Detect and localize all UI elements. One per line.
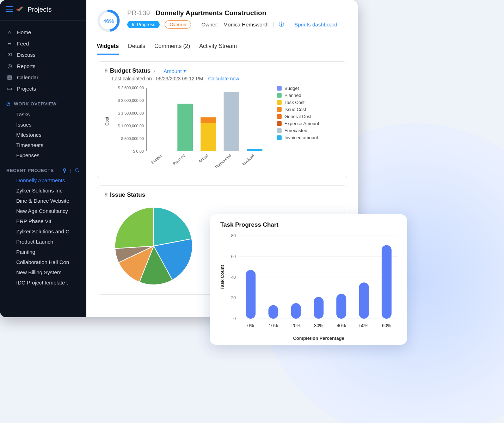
app-title: Projects [27, 6, 52, 13]
legend-item: Expense Amount [277, 121, 319, 126]
subnav-issues[interactable]: Issues [0, 119, 86, 130]
clock-icon: ◔ [6, 101, 11, 106]
budget-chart-area: Cost$ 0.00$ 500,000.00$ 1,000,000.00$ 1,… [104, 84, 340, 172]
legend-label: Budget [284, 86, 299, 91]
legend-label: Invoiced amount [284, 135, 318, 140]
recent-project-item[interactable]: Zylker Solutions Inc [0, 185, 86, 196]
overrun-chip: Overrun [165, 20, 191, 29]
legend-label: Expense Amount [284, 121, 319, 126]
issue-pie-chart [104, 198, 203, 290]
main-nav: ⌂Home ≣Feed ✉Discuss ◷Reports ▦Calendar … [0, 21, 86, 94]
nav-discuss[interactable]: ✉Discuss [0, 49, 86, 60]
svg-rect-34 [268, 305, 278, 319]
legend-swatch [277, 93, 282, 98]
svg-rect-14 [201, 123, 216, 151]
recent-project-item[interactable]: Dine & Dance Website [0, 196, 86, 206]
dropdown-label: Amount [164, 68, 182, 74]
svg-rect-42 [359, 282, 369, 319]
nav-feed[interactable]: ≣Feed [0, 38, 86, 49]
svg-text:$ 2,000,000.00: $ 2,000,000.00 [118, 98, 144, 103]
nav-reports[interactable]: ◷Reports [0, 60, 86, 72]
card-title: Task Progress Chart [220, 221, 400, 228]
svg-text:40%: 40% [337, 323, 346, 328]
tab-comments[interactable]: Comments (2) [154, 43, 190, 55]
recent-project-item[interactable]: ERP Phase VII [0, 216, 86, 226]
status-chip[interactable]: In Progress [127, 21, 160, 28]
nav-label: Home [17, 29, 31, 35]
recent-project-item[interactable]: New Age Consultancy [0, 206, 86, 216]
recent-project-item[interactable]: Painting [0, 247, 86, 257]
feed-icon: ≣ [6, 40, 13, 47]
chevron-down-icon: ▾ [183, 68, 186, 74]
subnav-milestones[interactable]: Milestones [0, 130, 86, 140]
owner-value: Monica Hemsworth [223, 22, 269, 27]
card-title: Issue Status [110, 191, 145, 198]
nav-label: Feed [17, 41, 29, 47]
nav-calendar[interactable]: ▦Calendar [0, 72, 86, 83]
tab-widgets[interactable]: Widgets [97, 43, 119, 55]
svg-text:Planned: Planned [172, 153, 186, 166]
legend-swatch [277, 114, 282, 119]
amount-dropdown[interactable]: Amount ▾ [164, 68, 186, 74]
svg-text:60%: 60% [382, 323, 391, 328]
legend-swatch [277, 121, 282, 126]
legend-swatch [277, 100, 282, 105]
recent-project-item[interactable]: Collaboration Hall Con [0, 257, 86, 267]
svg-text:Task Count: Task Count [220, 265, 225, 289]
work-overview-header: ◔ WORK OVERVIEW [0, 94, 86, 109]
svg-text:30%: 30% [314, 323, 323, 328]
svg-text:Actual: Actual [198, 153, 209, 164]
svg-text:0: 0 [233, 316, 236, 321]
recent-project-item[interactable]: IDC Project template t [0, 277, 86, 288]
tab-details[interactable]: Details [128, 43, 145, 55]
legend-label: Task Cost [284, 100, 305, 105]
subnav-expenses[interactable]: Expenses [0, 150, 86, 160]
legend-swatch [277, 107, 282, 112]
project-id: PR-139 [127, 9, 150, 17]
svg-rect-44 [382, 245, 392, 319]
legend-label: Planned [284, 93, 301, 98]
chevron-right-icon[interactable]: › [153, 68, 155, 74]
svg-text:$ 1,000,000.00: $ 1,000,000.00 [118, 124, 144, 128]
sprints-dashboard-link[interactable]: Sprints dashboard [294, 22, 337, 27]
search-icon[interactable] [74, 167, 80, 173]
svg-text:$ 0.00: $ 0.00 [133, 149, 144, 153]
svg-text:10%: 10% [269, 323, 278, 328]
svg-text:$ 1,500,000.00: $ 1,500,000.00 [118, 111, 144, 115]
divider [196, 22, 196, 27]
sidebar-header: Projects [0, 0, 86, 21]
sidebar: Projects ⌂Home ≣Feed ✉Discuss ◷Reports ▦… [0, 0, 86, 317]
legend-item: Issue Cost [277, 107, 319, 112]
recent-projects-list: Donnelly ApartmentsZylker Solutions IncD… [0, 175, 86, 288]
legend-label: Forecasted [284, 128, 307, 133]
svg-text:20%: 20% [291, 323, 301, 328]
drag-handle-icon[interactable]: ⠿ [104, 192, 107, 198]
recent-project-item[interactable]: Product Launch [0, 237, 86, 247]
discuss-icon: ✉ [6, 51, 13, 58]
svg-text:40: 40 [231, 275, 236, 280]
subnav-timesheets[interactable]: Timesheets [0, 140, 86, 150]
info-icon[interactable]: ⓘ [279, 21, 284, 28]
calendar-icon: ▦ [6, 74, 13, 80]
work-overview-nav: Tasks Issues Milestones Timesheets Expen… [0, 109, 86, 160]
menu-icon[interactable] [6, 6, 13, 13]
recent-project-item[interactable]: Zylker Solutions and C [0, 226, 86, 237]
nav-projects[interactable]: ▭Projects [0, 83, 86, 94]
tabs: Widgets Details Comments (2) Activity St… [86, 36, 358, 55]
legend-swatch [277, 86, 282, 91]
recent-project-item[interactable]: Donnelly Apartments [0, 175, 86, 185]
tab-activity[interactable]: Activity Stream [199, 43, 237, 55]
svg-rect-38 [314, 297, 324, 319]
calculate-now-link[interactable]: Calculate now [208, 76, 239, 81]
svg-rect-40 [336, 294, 346, 319]
filter-icon[interactable]: ⚲ [62, 167, 67, 173]
recent-project-item[interactable]: New Billing System [0, 267, 86, 277]
nav-home[interactable]: ⌂Home [0, 26, 86, 38]
subnav-tasks[interactable]: Tasks [0, 109, 86, 119]
legend-item: Task Cost [277, 100, 319, 105]
svg-text:Budget: Budget [150, 153, 162, 165]
drag-handle-icon[interactable]: ⠿ [104, 68, 107, 74]
legend-swatch [277, 135, 282, 140]
svg-rect-32 [246, 270, 256, 319]
svg-text:$ 2,500,000.00: $ 2,500,000.00 [118, 86, 144, 90]
